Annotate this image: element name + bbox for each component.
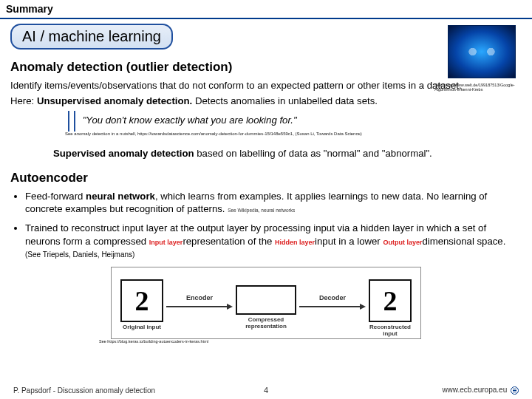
- ecb-logo-icon: [511, 386, 519, 395]
- svg-marker-1: [227, 304, 233, 310]
- brain-image: [448, 25, 516, 78]
- anomaly-quote-line: "You don't know exactly what you are loo…: [65, 111, 522, 144]
- autoencoder-diagram: 2 Original input Encoder Compressed repr…: [111, 267, 421, 339]
- autoencoder-bullets: Feed-forward neural network, which learn…: [25, 190, 522, 261]
- anomaly-quote-cite: See anomaly detection in a nutshell, htt…: [65, 132, 362, 137]
- diagram-credit: See https://blog.keras.io/building-autoe…: [99, 339, 522, 344]
- diagram-recon-caption: Reconstructed input: [367, 324, 413, 337]
- arrow-right-icon: [166, 303, 233, 310]
- bullet-2-cite: (See Triepels, Daniels, Heijmans): [25, 250, 134, 259]
- chip-ai-ml: AI / machine learning: [10, 24, 173, 50]
- diagram-encoder-arrow: Encoder: [166, 294, 233, 306]
- encoder-label: Encoder: [186, 294, 213, 301]
- diagram-compressed-box: [236, 285, 296, 315]
- text: Feed-forward: [25, 191, 86, 202]
- footer-left: P. Papsdorf - Discussion anomaly detecti…: [13, 386, 155, 395]
- diagram-original-box: 2: [120, 279, 163, 322]
- footer-site: www.ecb.europa.eu: [442, 386, 507, 394]
- text: Detects anomalies in unlabelled data set…: [192, 95, 378, 106]
- section-anomaly-title: Anomaly detection (outlier detection): [10, 60, 522, 75]
- text-bold: neural network: [86, 191, 155, 202]
- footer: P. Papsdorf - Discussion anomaly detecti…: [0, 386, 532, 395]
- double-bar-icon: [65, 111, 75, 132]
- text: Here:: [10, 95, 37, 106]
- diagram-compressed-caption: Compressed representation: [236, 316, 296, 330]
- label-output-layer: Output layer: [383, 239, 422, 246]
- section-autoencoder-title: Autoencoder: [10, 171, 522, 185]
- diagram-decoder-arrow: Decoder: [299, 294, 366, 306]
- arrow-right-icon: [299, 303, 366, 310]
- text-bold: Supervised anomaly detection: [53, 148, 194, 159]
- bullet-2: Trained to reconstruct input layer at th…: [25, 222, 522, 261]
- anomaly-p2: Here: Unsupervised anomaly detection. De…: [10, 95, 522, 107]
- text: based on labelling of data as "normal" a…: [194, 148, 432, 159]
- page-number: 4: [264, 386, 268, 395]
- svg-marker-3: [360, 304, 366, 310]
- diagram-recon-box: 2: [369, 279, 412, 322]
- digit-glyph: 2: [370, 281, 410, 321]
- bullet-1-cite: See Wikipedia, neural networks: [228, 208, 295, 213]
- diagram-original-caption: Original input: [119, 324, 165, 330]
- text: representation of the: [183, 236, 275, 247]
- text: dimensional space.: [422, 236, 505, 247]
- text-bold: Unsupervised anomaly detection.: [37, 95, 192, 106]
- anomaly-p3: Supervised anomaly detection based on la…: [10, 147, 522, 160]
- label-hidden-layer: Hidden layer: [275, 239, 315, 246]
- digit-glyph: 2: [122, 281, 162, 321]
- label-input-layer: Input layer: [149, 239, 183, 246]
- summary-header: Summary: [0, 0, 532, 19]
- decoder-label: Decoder: [319, 294, 346, 301]
- brain-image-credit: See https://www.welt.de/199187513/Google…: [434, 83, 516, 92]
- text: input in a lower: [315, 236, 383, 247]
- anomaly-quote: "You don't know exactly what you are loo…: [83, 115, 297, 126]
- footer-right: www.ecb.europa.eu: [442, 386, 519, 395]
- bullet-1: Feed-forward neural network, which learn…: [25, 190, 522, 216]
